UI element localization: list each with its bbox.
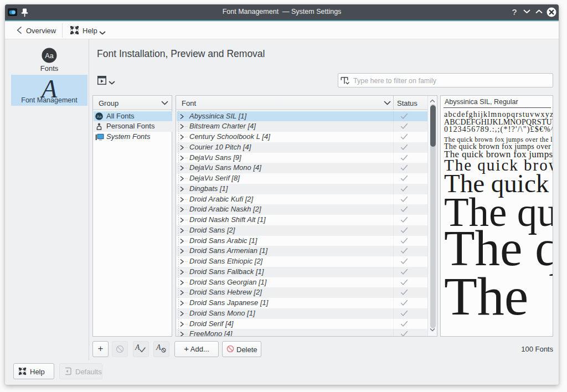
svg-text:Aa: Aa bbox=[97, 115, 102, 118]
svg-text:Aa: Aa bbox=[45, 52, 53, 60]
